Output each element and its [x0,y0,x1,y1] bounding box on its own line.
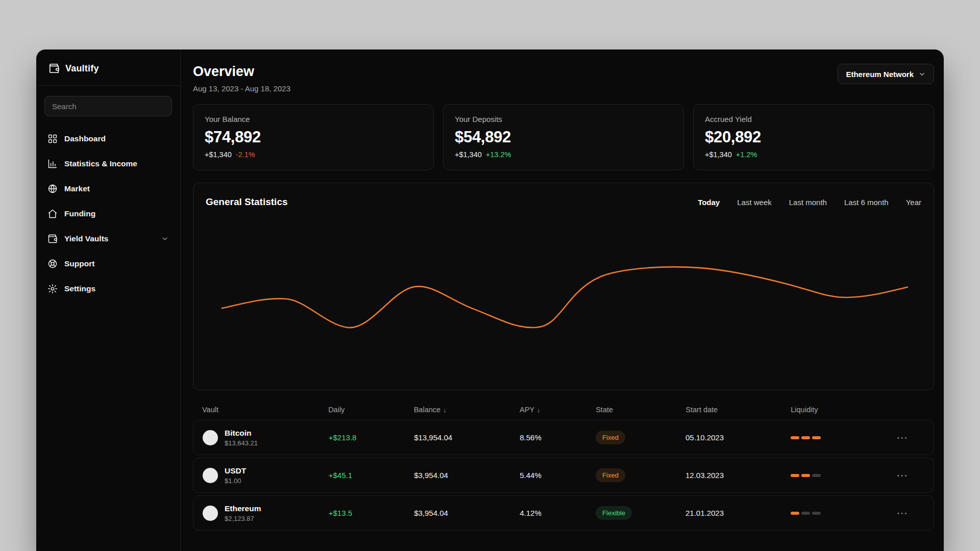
col-start-date[interactable]: Start date [685,406,791,414]
grid-icon [47,134,58,144]
table-row-usdt[interactable]: USDT $1.00 +$45.1 $3,954.04 5.44% Fixed … [193,458,934,493]
stat-label: Your Balance [205,115,422,123]
col-apy[interactable]: APY↓ [520,406,596,414]
col-vault[interactable]: Vault [202,406,328,414]
sidebar: Vaultify Dashboard Statistics & Income [36,49,181,551]
state-badge: Fixed [596,431,625,444]
tab-last-6-month[interactable]: Last 6 month [844,198,889,207]
sidebar-item-dashboard[interactable]: Dashboard [41,128,175,150]
stat-cards: Your Balance $74,892 +$1,340 -2.1% Your … [193,104,934,170]
network-selector-button[interactable]: Ethereum Network [838,64,934,84]
vault-meta: Ethereum $2,123.87 [225,504,261,522]
vault-price: $1.00 [225,477,246,485]
daily-change: +$13.5 [329,509,414,517]
row-menu-button[interactable]: ⋯ [879,470,924,481]
tab-last-month[interactable]: Last month [789,198,827,207]
stat-label: Accrued Yield [705,115,922,123]
state-badge: Flexible [596,506,632,520]
chevron-down-icon[interactable] [161,235,169,243]
stat-card-deposits: Your Deposits $54,892 +$1,340 +13.2% [443,104,684,170]
tab-year[interactable]: Year [906,198,921,207]
state-cell: Fixed [596,468,685,482]
date-range: Aug 13, 2023 - Aug 18, 2023 [193,84,290,93]
apy-value: 4.12% [520,509,596,517]
vault-price: $13,643.21 [225,439,258,447]
time-range-tabs: Today Last week Last month Last 6 month … [698,198,921,207]
vault-cell: Ethereum $2,123.87 [203,504,329,522]
col-state[interactable]: State [596,406,685,414]
sidebar-item-label: Yield Vaults [64,234,108,243]
state-cell: Flexible [596,506,685,520]
sidebar-item-funding[interactable]: Funding [41,203,175,225]
sidebar-item-statistics[interactable]: Statistics & Income [41,153,175,175]
stat-value: $74,892 [205,128,422,146]
tab-today[interactable]: Today [698,198,720,207]
logo: Vaultify [36,49,180,85]
col-daily[interactable]: Daily [328,406,414,414]
col-actions [880,406,925,414]
sidebar-item-market[interactable]: Market [41,178,175,200]
stat-card-balance: Your Balance $74,892 +$1,340 -2.1% [193,104,434,170]
vault-meta: USDT $1.00 [225,466,246,485]
divider [36,85,180,86]
chart-title: General Statistics [206,196,288,208]
sidebar-item-support[interactable]: Support [41,253,175,275]
vault-meta: Bitcoin $13,643.21 [225,429,258,447]
stat-value: $20,892 [705,128,922,146]
state-cell: Fixed [596,431,685,444]
start-date: 05.10.2023 [685,433,791,442]
row-menu-button[interactable]: ⋯ [879,508,924,519]
page-header: Overview Aug 13, 2023 - Aug 18, 2023 Eth… [193,64,934,93]
main-content: Overview Aug 13, 2023 - Aug 18, 2023 Eth… [181,49,944,551]
page-title: Overview [193,64,290,80]
stat-change: +$1,340 -2.1% [205,151,422,159]
app-window: Vaultify Dashboard Statistics & Income [36,49,944,551]
col-liquidity[interactable]: Liquidity [791,406,880,414]
sidebar-item-label: Support [64,259,94,268]
home-icon [47,209,58,219]
tab-last-week[interactable]: Last week [737,198,772,207]
balance-value: $13,954.04 [414,433,520,442]
start-date: 21.01.2023 [685,509,791,517]
liquidity-dash [801,436,810,439]
chevron-down-icon [918,70,926,78]
chart-line [222,267,908,328]
change-percent: +13.2% [486,151,511,159]
state-badge: Fixed [596,468,625,482]
apy-value: 5.44% [520,471,596,480]
statistics-line-chart [206,215,921,378]
balance-value: $3,954.04 [414,471,520,480]
liquidity-dash [791,512,799,515]
liquidity-indicator [791,436,879,439]
liquidity-dash [812,512,821,515]
change-amount: +$1,340 [205,151,232,159]
table-header: Vault Daily Balance↓ APY↓ State Start da… [193,406,934,420]
liquidity-dash [791,436,799,439]
liquidity-dash [812,474,821,477]
page-header-left: Overview Aug 13, 2023 - Aug 18, 2023 [193,64,290,93]
wallet-logo-icon [48,63,60,74]
sidebar-item-settings[interactable]: Settings [41,278,175,300]
search-input[interactable] [44,96,172,116]
sort-down-icon: ↓ [443,406,447,414]
app-name: Vaultify [65,63,99,74]
sidebar-item-label: Funding [64,209,95,218]
col-balance[interactable]: Balance↓ [414,406,520,414]
coin-avatar [203,506,218,521]
balance-value: $3,954.04 [414,509,520,517]
table-row-bitcoin[interactable]: Bitcoin $13,643.21 +$213.8 $13,954.04 8.… [193,420,934,455]
table-row-ethereum[interactable]: Ethereum $2,123.87 +$13.5 $3,954.04 4.12… [193,495,934,531]
sidebar-item-label: Settings [64,284,95,293]
sidebar-item-label: Market [64,184,90,193]
stat-change: +$1,340 +1.2% [705,151,922,159]
stat-change: +$1,340 +13.2% [455,151,672,159]
sidebar-item-yield-vaults[interactable]: Yield Vaults [41,228,175,250]
vault-price: $2,123.87 [225,515,261,522]
daily-change: +$213.8 [329,433,414,442]
change-percent: +1.2% [736,151,757,159]
vault-cell: USDT $1.00 [203,466,329,485]
row-menu-button[interactable]: ⋯ [879,432,924,443]
vault-name: USDT [225,466,246,475]
vault-name: Ethereum [225,504,261,513]
vault-name: Bitcoin [225,429,258,438]
